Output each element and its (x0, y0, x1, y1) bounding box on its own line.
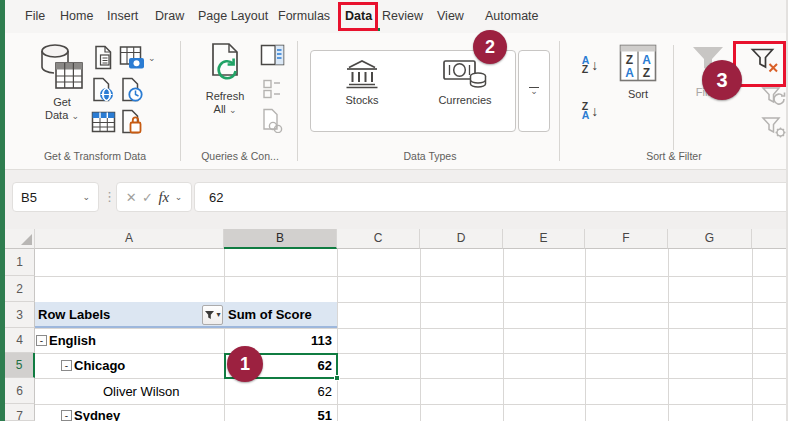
tab-automate[interactable]: Automate (485, 0, 539, 33)
existing-connections-button[interactable] (118, 110, 146, 138)
letter-a: A (582, 111, 590, 121)
column-header-g[interactable]: G (668, 229, 752, 249)
pivot-row-label[interactable]: English (49, 333, 96, 348)
panel-icon (260, 44, 285, 70)
refresh-icon (205, 42, 245, 90)
svg-text:A: A (625, 66, 634, 80)
pivot-row-label[interactable]: Chicago (74, 358, 125, 373)
queries-connections-button[interactable] (258, 43, 286, 71)
pivot-row-label[interactable]: Sydney (74, 408, 120, 421)
pivot-row-labels-header[interactable]: Row Labels (38, 307, 110, 322)
ribbon: Get Data ⌄ (5, 33, 788, 170)
column-header-c[interactable]: C (337, 229, 420, 249)
row-labels-filter-button[interactable]: ▾ (202, 305, 223, 325)
pivot-row-label[interactable]: Oliver Wilson (103, 384, 180, 399)
tab-page-layout[interactable]: Page Layout (198, 0, 268, 33)
get-data-label-2: Data (45, 109, 68, 121)
from-picture-button[interactable] (118, 45, 146, 73)
gridline (35, 353, 788, 354)
stocks-label: Stocks (345, 94, 378, 107)
enter-check-icon[interactable]: ✓ (142, 190, 153, 205)
group-separator (180, 41, 181, 161)
column-header-b-selected[interactable]: B (224, 229, 337, 249)
tab-home[interactable]: Home (60, 0, 93, 33)
collapse-button-chicago[interactable]: - (61, 360, 72, 371)
column-header-partial[interactable] (752, 229, 788, 249)
gridline (503, 249, 504, 421)
refresh-all-label-1: Refresh (206, 90, 245, 103)
pivot-row-value[interactable]: 51 (226, 408, 332, 421)
tab-file[interactable]: File (25, 0, 45, 33)
collapse-button-english[interactable]: - (36, 335, 47, 346)
table-icon (91, 111, 116, 137)
column-header-e[interactable]: E (503, 229, 585, 249)
gridline (585, 249, 586, 421)
svg-text:Z: Z (626, 53, 633, 67)
arrow-down-icon: ↓ (591, 58, 598, 72)
column-header-f[interactable]: F (585, 229, 668, 249)
collapse-button-sydney[interactable]: - (61, 410, 72, 421)
row-header-6[interactable]: 6 (5, 378, 35, 404)
data-types-more-button[interactable]: ⌄ (518, 50, 550, 132)
funnel-icon (204, 306, 215, 324)
sort-ascending-button[interactable]: AZ ↓ (571, 48, 609, 82)
column-header-a[interactable]: A (35, 229, 224, 249)
pivot-sum-of-score-header[interactable]: Sum of Score (228, 307, 312, 322)
arrow-down-icon: ↓ (591, 104, 598, 118)
group-label-queries: Queries & Con... (184, 148, 296, 164)
from-text-csv-button[interactable] (89, 45, 117, 73)
svg-text:Z: Z (643, 66, 650, 80)
chevron-down-icon[interactable]: ⌄ (82, 193, 90, 202)
row-header-2[interactable]: 2 (5, 276, 35, 302)
stocks-button[interactable]: Stocks (320, 39, 404, 107)
window-edge-green (0, 0, 5, 421)
letter-z: Z (582, 65, 590, 75)
chevron-down-icon: ⌄ (71, 111, 79, 121)
tab-draw[interactable]: Draw (155, 0, 184, 33)
tab-review[interactable]: Review (382, 0, 423, 33)
gridline (668, 249, 669, 421)
refresh-all-button[interactable]: Refresh All ⌄ (197, 42, 253, 116)
sort-button[interactable]: Z A A Z Sort (613, 44, 663, 101)
get-data-button[interactable]: Get Data ⌄ (33, 42, 91, 122)
from-web-button[interactable] (89, 78, 117, 106)
lock-file-icon (120, 109, 144, 139)
name-box[interactable]: B5 ⌄ (12, 182, 99, 212)
annotation-badge-1: 1 (227, 346, 263, 382)
banknote-coins-icon (442, 57, 488, 94)
cancel-icon[interactable]: ✕ (126, 190, 137, 205)
web-file-icon (91, 77, 115, 107)
group-separator (559, 41, 560, 161)
clock-file-icon (120, 77, 144, 107)
row-header-3[interactable]: 3 (5, 302, 35, 328)
recent-sources-button[interactable] (118, 78, 146, 106)
annotation-box-data-tab (338, 2, 378, 31)
chevron-down-icon[interactable]: ⌄ (148, 54, 156, 63)
row-header-7[interactable]: 7 (5, 404, 35, 421)
chevron-down-icon[interactable]: ⌄ (175, 193, 183, 202)
edit-links-icon (261, 108, 283, 137)
gridline (420, 249, 421, 421)
ribbon-tab-bar: File Home Insert Draw Page Layout Formul… (5, 0, 788, 33)
tab-insert[interactable]: Insert (107, 0, 138, 33)
formula-input[interactable]: 62 (194, 182, 788, 212)
gridline (35, 378, 788, 379)
fill-handle[interactable] (334, 375, 340, 381)
row-header-4[interactable]: 4 (5, 328, 35, 353)
currencies-label: Currencies (438, 94, 491, 107)
tab-view[interactable]: View (437, 0, 464, 33)
properties-button-disabled (258, 77, 286, 105)
gridline (35, 404, 788, 405)
row-header-1[interactable]: 1 (5, 249, 35, 276)
drag-dots-icon[interactable]: ⋮ (103, 189, 116, 204)
tab-formulas[interactable]: Formulas (278, 0, 330, 33)
column-header-d[interactable]: D (420, 229, 503, 249)
pivot-row-value[interactable]: 62 (226, 384, 332, 399)
formula-controls: ✕ ✓ fx ⌄ (116, 182, 192, 212)
sort-descending-button[interactable]: ZA ↓ (571, 94, 609, 128)
insert-function-icon[interactable]: fx (158, 189, 169, 206)
sort-label: Sort (628, 88, 648, 101)
text-file-icon (93, 45, 114, 74)
from-table-range-button[interactable] (89, 110, 117, 138)
row-header-5-selected[interactable]: 5 (5, 353, 35, 378)
